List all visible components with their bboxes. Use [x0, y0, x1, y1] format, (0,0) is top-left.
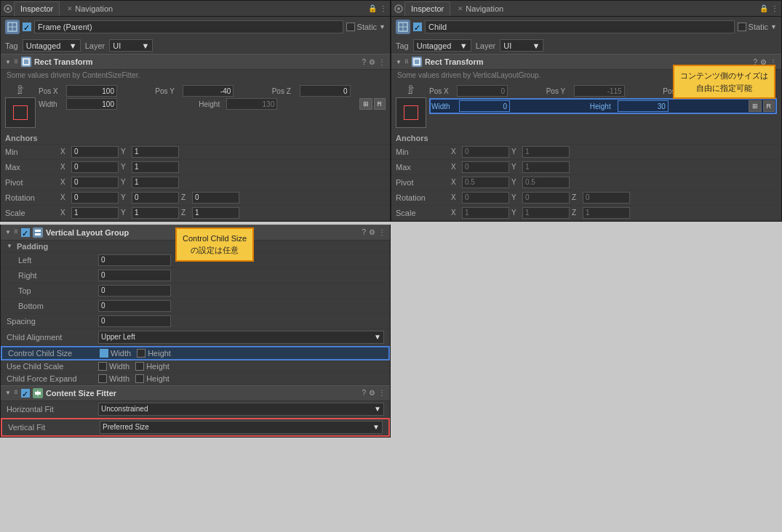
left-posz-input[interactable]: [300, 85, 351, 97]
right-object-name-field[interactable]: [425, 20, 735, 33]
left-tab-navigation[interactable]: ✕ Navigation: [61, 1, 119, 16]
right-rot-z-input[interactable]: [583, 192, 630, 203]
left-layer-dropdown[interactable]: UI ▼: [109, 39, 153, 52]
vlg-top-label: Top: [7, 286, 94, 295]
vlg-top-input[interactable]: [98, 285, 171, 297]
vlg-child-force-expand-row: Child Force Expand Width Height: [1, 373, 390, 385]
left-rot-y-input[interactable]: [132, 192, 179, 203]
vlg-help-icon[interactable]: ?: [362, 228, 366, 236]
csf-settings-icon[interactable]: ⚙: [369, 389, 375, 397]
left-rt-menu-icon[interactable]: ⋮: [378, 58, 386, 66]
vlg-ccs-width-checkbox[interactable]: [100, 349, 108, 358]
right-anchor-icon[interactable]: [396, 97, 426, 128]
left-r-btn[interactable]: R: [374, 98, 386, 110]
left-posy-input[interactable]: [183, 85, 234, 97]
left-min-y-input[interactable]: [132, 146, 179, 158]
vlg-ucs-height-label: Height: [146, 362, 169, 371]
left-tab-inspector[interactable]: Inspector: [14, 1, 60, 16]
csf-icon: [33, 388, 43, 398]
right-static-dropdown[interactable]: ▼: [770, 23, 777, 31]
right-object-checkbox[interactable]: ✓: [413, 23, 422, 31]
csf-enabled-checkbox[interactable]: ✓: [21, 389, 30, 398]
left-object-name-field[interactable]: [34, 20, 343, 33]
vlg-ucs-width-checkbox[interactable]: [98, 362, 107, 371]
right-max-row: Max X Y: [391, 160, 781, 175]
left-max-y-input[interactable]: [132, 161, 179, 173]
left-panel-menu[interactable]: ⋮: [380, 4, 387, 12]
vlg-right-input[interactable]: [98, 270, 171, 281]
right-min-y-axis: Y: [511, 148, 520, 156]
right-scale-y-input[interactable]: [522, 207, 570, 219]
left-width-input[interactable]: [66, 98, 117, 110]
left-panel-lock[interactable]: 🔒: [368, 4, 377, 12]
left-object-icon: [5, 20, 20, 34]
right-rot-y-input[interactable]: [522, 192, 570, 203]
right-scale-x-input[interactable]: [462, 207, 509, 219]
right-static-checkbox[interactable]: [738, 23, 746, 31]
right-scale-z-input[interactable]: [583, 207, 630, 219]
svg-rect-11: [414, 59, 420, 65]
left-scale-y-input[interactable]: [132, 207, 179, 219]
right-max-x-input[interactable]: [462, 161, 509, 173]
csf-vertical-fit-dropdown[interactable]: Preferred Size ▼: [100, 421, 383, 434]
left-posx-input[interactable]: [66, 85, 117, 97]
right-grid-btn[interactable]: ⊞: [749, 100, 762, 112]
csf-menu-icon[interactable]: ⋮: [378, 389, 386, 397]
right-annotation-box: コンテンツ側のサイズは自由に指定可能: [673, 65, 775, 99]
left-scale-x-input[interactable]: [71, 207, 119, 219]
left-rt-settings-icon[interactable]: ⚙: [369, 58, 375, 66]
vlg-use-child-scale-checkboxes: Width Height: [98, 362, 169, 371]
left-anchor-icon[interactable]: [5, 97, 36, 128]
left-pivot-y-input[interactable]: [132, 177, 179, 188]
right-min-x-input[interactable]: [462, 146, 509, 158]
right-width-input[interactable]: [459, 100, 510, 112]
vlg-bottom-input[interactable]: [98, 300, 171, 312]
left-rot-z-input[interactable]: [192, 192, 239, 203]
right-tab-inspector[interactable]: Inspector: [404, 1, 450, 16]
left-scale-z-input[interactable]: [192, 207, 239, 219]
left-rot-x-input[interactable]: [71, 192, 119, 203]
right-max-y-input[interactable]: [522, 161, 570, 173]
right-pivot-y-input[interactable]: [522, 177, 570, 188]
vlg-cfe-checkboxes: Width Height: [98, 374, 169, 383]
vlg-settings-icon[interactable]: ⚙: [369, 228, 375, 236]
vlg-child-alignment-dropdown[interactable]: Upper Left ▼: [98, 331, 384, 344]
left-tag-dropdown[interactable]: Untagged ▼: [23, 39, 81, 52]
csf-help-icon[interactable]: ?: [362, 389, 366, 397]
right-height-input[interactable]: [618, 100, 669, 112]
right-posy-input[interactable]: [574, 85, 625, 97]
csf-header[interactable]: ▼ ⠿ ✓ Content Size Fitter ? ⚙ ⋮: [1, 385, 390, 401]
right-rot-x-input[interactable]: [462, 192, 509, 203]
right-pivot-x-input[interactable]: [462, 177, 509, 188]
left-max-x-input[interactable]: [71, 161, 119, 173]
left-rect-transform-header[interactable]: ▼ ⠿ Rect Transform ? ⚙ ⋮: [1, 54, 390, 70]
left-rt-help-icon[interactable]: ?: [362, 58, 366, 66]
left-pivot-x-input[interactable]: [71, 177, 119, 188]
left-min-x-input[interactable]: [71, 146, 119, 158]
left-grid-btn[interactable]: ⊞: [359, 98, 372, 110]
right-layer-dropdown[interactable]: UI ▼: [500, 39, 543, 52]
left-static-dropdown[interactable]: ▼: [379, 23, 386, 31]
right-tab-navigation[interactable]: ✕ Navigation: [452, 1, 509, 16]
right-r-btn[interactable]: R: [763, 100, 775, 112]
left-width-label: Width: [39, 100, 65, 108]
vlg-cfe-height-checkbox[interactable]: [135, 374, 144, 383]
left-rt-buttons: ? ⚙ ⋮: [362, 58, 386, 66]
vlg-cfe-width-checkbox[interactable]: [98, 374, 107, 383]
left-object-checkbox[interactable]: ✓: [23, 23, 31, 31]
vlg-menu-icon[interactable]: ⋮: [378, 228, 386, 236]
vlg-ucs-height-checkbox[interactable]: [135, 362, 144, 371]
right-panel-lock[interactable]: 🔒: [759, 4, 768, 12]
vlg-padding-triangle: ▼: [7, 243, 12, 249]
right-tag-dropdown[interactable]: Untagged ▼: [413, 39, 471, 52]
vlg-spacing-input[interactable]: [98, 315, 171, 327]
right-posx-input[interactable]: [457, 85, 508, 97]
left-height-input[interactable]: [226, 98, 277, 110]
csf-horizontal-fit-dropdown[interactable]: Unconstrained ▼: [98, 403, 384, 416]
right-panel-menu[interactable]: ⋮: [771, 4, 778, 12]
vlg-left-input[interactable]: [98, 254, 171, 266]
vlg-enabled-checkbox[interactable]: ✓: [21, 228, 30, 237]
vlg-ccs-height-checkbox[interactable]: [137, 349, 145, 358]
right-min-y-input[interactable]: [522, 146, 570, 158]
left-static-checkbox[interactable]: [346, 23, 355, 31]
